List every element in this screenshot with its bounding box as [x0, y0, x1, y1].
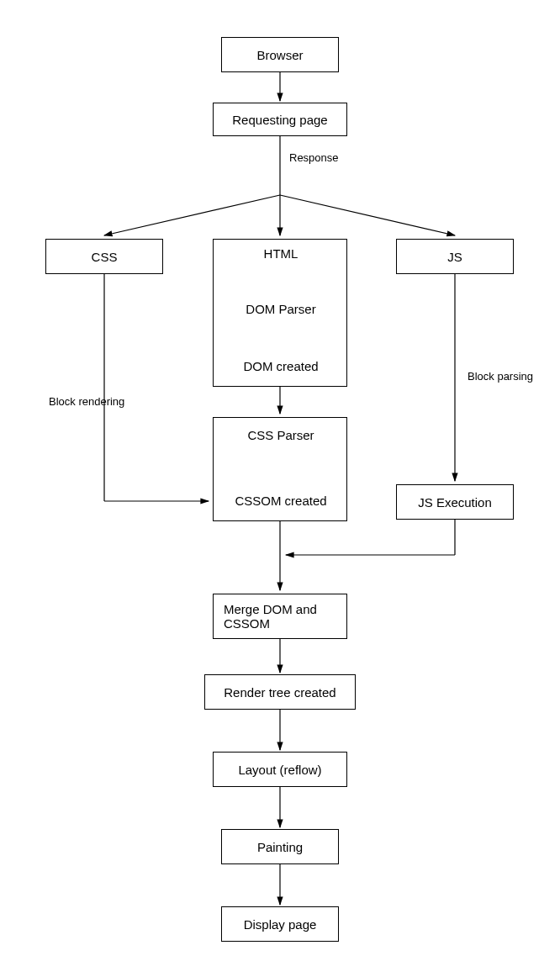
edge-label-block-rendering: Block rendering	[49, 395, 124, 408]
node-label: Requesting page	[232, 113, 327, 127]
svg-line-2	[104, 195, 280, 235]
svg-line-4	[280, 195, 455, 235]
node-label: DOM created	[214, 359, 348, 373]
node-label: JS	[447, 250, 462, 264]
node-css: CSS	[45, 239, 163, 274]
node-cssom-container: CSS Parser CSSOM created	[213, 417, 347, 521]
node-label: Display page	[244, 917, 317, 932]
node-layout: Layout (reflow)	[213, 752, 347, 787]
node-label: Render tree created	[224, 685, 335, 700]
node-label: CSSOM created	[214, 494, 348, 508]
node-label: CSS	[92, 250, 118, 264]
edge-label-block-parsing: Block parsing	[468, 370, 533, 383]
node-label: Layout (reflow)	[238, 763, 321, 777]
edge-label-response: Response	[289, 151, 339, 164]
node-painting: Painting	[221, 829, 339, 864]
node-label: DOM Parser	[214, 302, 348, 316]
node-browser: Browser	[221, 37, 339, 72]
node-requesting-page: Requesting page	[213, 103, 347, 136]
node-merge: Merge DOM and CSSOM	[213, 594, 347, 639]
node-js-execution: JS Execution	[396, 484, 514, 520]
node-render-tree: Render tree created	[204, 674, 356, 710]
node-display-page: Display page	[221, 906, 339, 942]
node-html-container: HTML DOM Parser DOM created	[213, 239, 347, 387]
node-label: HTML	[214, 246, 348, 261]
node-label: Painting	[257, 840, 303, 854]
node-label: JS Execution	[418, 495, 492, 510]
node-js: JS	[396, 239, 514, 274]
diagram-canvas: Browser Requesting page CSS HTML DOM Par…	[0, 0, 560, 977]
node-label: Browser	[256, 48, 303, 62]
node-label: Merge DOM and CSSOM	[224, 602, 340, 631]
node-label: CSS Parser	[214, 428, 348, 442]
